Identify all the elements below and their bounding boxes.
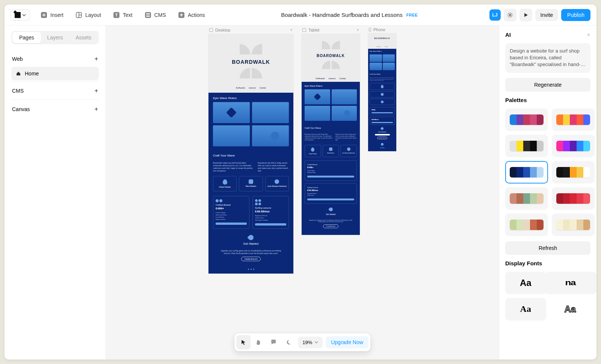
layout-tool[interactable]: Layout [71,9,106,21]
preview-button[interactable] [519,9,532,21]
frame-desktop-label: Desktop [215,28,230,32]
database-icon [145,12,151,18]
text-label: Text [123,12,133,18]
topbar: Insert Layout T Text CMS Actions Boardwa… [5,5,596,26]
palette-card[interactable] [505,135,548,157]
section-cms[interactable]: CMS + [11,83,99,99]
user-avatar[interactable]: LJ [489,9,501,21]
plus-icon[interactable]: + [95,56,98,62]
brand-title: BOARDWALK [232,59,270,65]
phone-icon [369,28,371,32]
font-card[interactable]: na [544,272,596,294]
font-card[interactable]: Aa [550,298,591,320]
upgrade-button[interactable]: Upgrade Now [326,336,368,348]
page-item-home-label: Home [25,71,39,77]
actions-label: Actions [188,12,205,18]
comment-tool[interactable] [266,335,281,349]
left-panel: Pages Layers Assets Web + Home CMS + Can… [5,26,106,359]
palette-card[interactable] [505,108,548,131]
text-icon: T [113,12,120,18]
section-canvas-label: Canvas [12,106,30,112]
moon-icon [285,339,291,345]
svg-rect-2 [77,13,79,17]
text-tool[interactable]: T Text [109,9,137,21]
refresh-palettes-button[interactable]: Refresh [505,241,590,255]
tablet-icon [302,28,306,32]
framer-logo-icon [15,12,21,18]
project-title[interactable]: Boardwalk - Handmade Surfboards and Less… [281,12,403,18]
palette-card[interactable] [552,187,595,210]
invite-button[interactable]: Invite [535,9,558,21]
zoom-select[interactable]: 19% [298,337,323,348]
font-card[interactable]: Aa [505,272,546,294]
insert-tool[interactable]: Insert [36,9,68,21]
chevron-down-icon [22,13,26,17]
dark-mode-tool[interactable] [281,335,296,349]
cms-label: CMS [154,12,166,18]
section-cms-label: CMS [12,88,24,94]
plan-badge: FREE [406,13,418,17]
palette-card[interactable] [552,214,595,236]
palette-card[interactable] [552,108,595,131]
add-breakpoint-button[interactable]: + [356,27,359,33]
chevron-down-icon [314,340,318,344]
plus-icon[interactable]: + [95,87,98,94]
palettes-section-title: Palettes [505,97,590,103]
hand-icon [255,339,262,346]
font-card[interactable]: Aa [505,298,546,320]
frame-tablet[interactable]: Tablet + BOARDWALK SurfboardsLessonsCont… [302,26,360,359]
ai-panel-title: AI [505,32,511,38]
project-title-area: Boardwalk - Handmade Surfboards and Less… [213,12,486,18]
tab-assets[interactable]: Assets [69,32,98,43]
topbar-right: LJ Invite Publish [489,9,590,21]
fonts-section-title: Display Fonts [505,260,590,266]
palette-card[interactable] [552,135,595,157]
frame-desktop[interactable]: Desktop + BOARDWALK SurfboardsLessonsCon… [208,26,293,359]
section-epic-title: Epic Wave Riders [213,96,289,100]
svg-rect-10 [146,16,150,17]
plus-icon[interactable]: + [95,106,98,113]
svg-rect-3 [79,13,81,15]
page-preview-tablet[interactable]: BOARDWALK SurfboardsLessonsContact Epic … [302,34,360,235]
app-menu[interactable] [11,9,30,21]
plus-square-icon [41,12,47,18]
palette-card[interactable] [505,161,548,184]
regenerate-button[interactable]: Regenerate [505,78,590,92]
ai-panel: AI ✕ Design a website for a surf shop ba… [499,26,596,359]
home-icon [16,71,21,76]
font-grid: Aa na Aa Aa [505,272,590,320]
gear-icon [507,12,513,18]
section-canvas[interactable]: Canvas + [11,101,99,117]
cursor-tool[interactable] [236,335,251,349]
canvas-area[interactable]: Desktop + BOARDWALK SurfboardsLessonsCon… [106,26,499,359]
palette-card[interactable] [505,214,548,236]
svg-rect-4 [79,15,81,17]
svg-point-12 [509,14,511,16]
actions-tool[interactable]: Actions [174,9,210,21]
ai-prompt-text[interactable]: Design a website for a surf shop based i… [505,43,590,73]
palette-card[interactable] [505,187,548,210]
page-preview-phone[interactable]: BOARDWALK SurfboardsLessons Epic Wave Ri… [368,33,396,151]
hand-tool[interactable] [251,335,266,349]
cms-tool[interactable]: CMS [140,9,171,21]
svg-rect-9 [146,15,150,15]
tab-pages[interactable]: Pages [12,32,41,43]
desktop-icon [209,28,213,32]
svg-rect-8 [146,13,150,14]
section-craft-title: Craft Your Wave [213,154,289,157]
bottom-toolbar: 19% Upgrade Now [234,333,370,351]
page-item-home[interactable]: Home [11,67,99,80]
insert-label: Insert [50,12,63,18]
play-icon [523,12,529,18]
palette-card[interactable] [552,161,595,184]
page-preview-desktop[interactable]: BOARDWALK SurfboardsLessonsContact Epic … [208,34,293,274]
add-breakpoint-button[interactable]: + [290,27,293,33]
settings-button[interactable] [504,9,516,21]
bolt-icon [178,12,185,18]
tab-layers[interactable]: Layers [41,32,69,43]
publish-button[interactable]: Publish [561,9,590,21]
close-ai-panel-button[interactable]: ✕ [587,32,590,38]
section-web[interactable]: Web + [11,51,99,67]
zoom-value: 19% [302,340,312,345]
frame-phone[interactable]: Phone BOARDWALK SurfboardsLessons Epic W… [368,26,396,359]
